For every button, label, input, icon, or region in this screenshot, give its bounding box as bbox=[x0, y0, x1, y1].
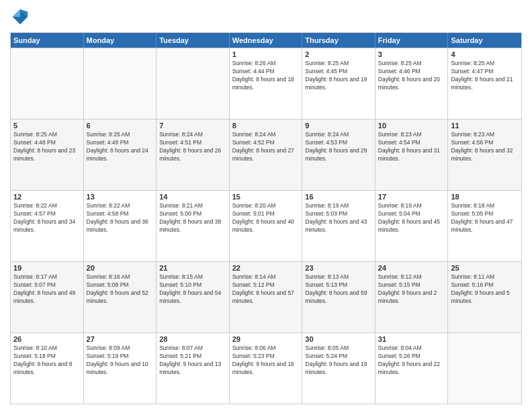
svg-marker-2 bbox=[13, 9, 20, 17]
day-number: 26 bbox=[13, 335, 81, 343]
day-number: 20 bbox=[87, 264, 154, 272]
calendar-cell-18: 18Sunrise: 8:18 AMSunset: 5:05 PMDayligh… bbox=[448, 191, 521, 261]
cell-info: Sunrise: 8:25 AMSunset: 4:46 PMDaylight:… bbox=[378, 60, 445, 92]
calendar: SundayMondayTuesdayWednesdayThursdayFrid… bbox=[10, 32, 522, 404]
cell-info: Sunrise: 8:19 AMSunset: 5:03 PMDaylight:… bbox=[305, 202, 372, 234]
calendar-cell-15: 15Sunrise: 8:20 AMSunset: 5:01 PMDayligh… bbox=[230, 191, 303, 261]
day-number: 6 bbox=[87, 122, 154, 130]
day-number: 15 bbox=[232, 193, 300, 201]
day-number: 2 bbox=[305, 50, 372, 58]
calendar-cell-19: 19Sunrise: 8:17 AMSunset: 5:07 PMDayligh… bbox=[11, 262, 84, 332]
calendar-cell-23: 23Sunrise: 8:13 AMSunset: 5:13 PMDayligh… bbox=[302, 262, 375, 332]
calendar-cell-17: 17Sunrise: 8:19 AMSunset: 5:04 PMDayligh… bbox=[375, 191, 449, 261]
cell-info: Sunrise: 8:25 AMSunset: 4:48 PMDaylight:… bbox=[13, 131, 81, 163]
calendar-cell-10: 10Sunrise: 8:23 AMSunset: 4:54 PMDayligh… bbox=[375, 120, 449, 190]
calendar-week-5: 26Sunrise: 8:10 AMSunset: 5:18 PMDayligh… bbox=[11, 332, 521, 404]
cell-info: Sunrise: 8:13 AMSunset: 5:13 PMDaylight:… bbox=[305, 273, 372, 306]
cell-info: Sunrise: 8:05 AMSunset: 5:24 PMDaylight:… bbox=[305, 345, 372, 377]
cell-info: Sunrise: 8:23 AMSunset: 4:54 PMDaylight:… bbox=[378, 131, 445, 163]
calendar-cell-20: 20Sunrise: 8:16 AMSunset: 5:08 PMDayligh… bbox=[84, 262, 157, 332]
calendar-cell-2: 2Sunrise: 8:25 AMSunset: 4:45 PMDaylight… bbox=[302, 48, 375, 119]
day-number: 31 bbox=[378, 335, 445, 343]
cell-info: Sunrise: 8:11 AMSunset: 5:16 PMDaylight:… bbox=[451, 273, 519, 306]
cell-info: Sunrise: 8:07 AMSunset: 5:21 PMDaylight:… bbox=[159, 345, 226, 377]
calendar-cell-22: 22Sunrise: 8:14 AMSunset: 5:12 PMDayligh… bbox=[230, 262, 303, 332]
cell-info: Sunrise: 8:12 AMSunset: 5:15 PMDaylight:… bbox=[378, 273, 445, 306]
day-number: 10 bbox=[378, 122, 445, 130]
calendar-body: 1Sunrise: 8:26 AMSunset: 4:44 PMDaylight… bbox=[11, 48, 521, 404]
calendar-cell-6: 6Sunrise: 8:25 AMSunset: 4:49 PMDaylight… bbox=[84, 120, 157, 190]
day-number: 8 bbox=[232, 122, 300, 130]
cell-info: Sunrise: 8:22 AMSunset: 4:58 PMDaylight:… bbox=[87, 202, 154, 234]
calendar-week-2: 5Sunrise: 8:25 AMSunset: 4:48 PMDaylight… bbox=[11, 119, 521, 190]
calendar-header-sunday: Sunday bbox=[11, 33, 84, 48]
calendar-cell-empty-1 bbox=[84, 48, 157, 119]
calendar-cell-26: 26Sunrise: 8:10 AMSunset: 5:18 PMDayligh… bbox=[11, 333, 84, 404]
cell-info: Sunrise: 8:15 AMSunset: 5:10 PMDaylight:… bbox=[159, 273, 226, 306]
day-number: 22 bbox=[232, 264, 300, 272]
day-number: 1 bbox=[232, 50, 300, 58]
calendar-week-4: 19Sunrise: 8:17 AMSunset: 5:07 PMDayligh… bbox=[11, 261, 521, 332]
calendar-header-wednesday: Wednesday bbox=[230, 33, 303, 48]
calendar-cell-13: 13Sunrise: 8:22 AMSunset: 4:58 PMDayligh… bbox=[84, 191, 157, 261]
cell-info: Sunrise: 8:25 AMSunset: 4:49 PMDaylight:… bbox=[87, 131, 154, 163]
cell-info: Sunrise: 8:17 AMSunset: 5:07 PMDaylight:… bbox=[13, 273, 81, 306]
calendar-cell-9: 9Sunrise: 8:24 AMSunset: 4:53 PMDaylight… bbox=[302, 120, 375, 190]
day-number: 18 bbox=[451, 193, 519, 201]
day-number: 21 bbox=[159, 264, 226, 272]
cell-info: Sunrise: 8:09 AMSunset: 5:19 PMDaylight:… bbox=[87, 345, 154, 377]
calendar-week-1: 1Sunrise: 8:26 AMSunset: 4:44 PMDaylight… bbox=[11, 48, 521, 119]
calendar-header-thursday: Thursday bbox=[302, 33, 375, 48]
day-number: 23 bbox=[305, 264, 372, 272]
calendar-cell-empty-2 bbox=[157, 48, 230, 119]
day-number: 9 bbox=[305, 122, 372, 130]
day-number: 14 bbox=[159, 193, 226, 201]
cell-info: Sunrise: 8:04 AMSunset: 5:26 PMDaylight:… bbox=[378, 345, 445, 377]
cell-info: Sunrise: 8:26 AMSunset: 4:44 PMDaylight:… bbox=[232, 60, 300, 92]
cell-info: Sunrise: 8:19 AMSunset: 5:04 PMDaylight:… bbox=[378, 202, 445, 234]
day-number: 7 bbox=[159, 122, 226, 130]
header bbox=[10, 7, 522, 27]
calendar-cell-11: 11Sunrise: 8:23 AMSunset: 4:56 PMDayligh… bbox=[448, 120, 521, 190]
calendar-cell-7: 7Sunrise: 8:24 AMSunset: 4:51 PMDaylight… bbox=[157, 120, 230, 190]
cell-info: Sunrise: 8:22 AMSunset: 4:57 PMDaylight:… bbox=[13, 202, 81, 234]
calendar-cell-5: 5Sunrise: 8:25 AMSunset: 4:48 PMDaylight… bbox=[11, 120, 84, 190]
page: SundayMondayTuesdayWednesdayThursdayFrid… bbox=[0, 0, 532, 411]
day-number: 12 bbox=[13, 193, 81, 201]
cell-info: Sunrise: 8:10 AMSunset: 5:18 PMDaylight:… bbox=[13, 345, 81, 377]
logo-icon bbox=[10, 7, 30, 27]
cell-info: Sunrise: 8:24 AMSunset: 4:53 PMDaylight:… bbox=[305, 131, 372, 163]
day-number: 16 bbox=[305, 193, 372, 201]
calendar-cell-21: 21Sunrise: 8:15 AMSunset: 5:10 PMDayligh… bbox=[157, 262, 230, 332]
calendar-cell-4: 4Sunrise: 8:25 AMSunset: 4:47 PMDaylight… bbox=[448, 48, 521, 119]
cell-info: Sunrise: 8:25 AMSunset: 4:47 PMDaylight:… bbox=[451, 60, 519, 92]
day-number: 25 bbox=[451, 264, 519, 272]
calendar-cell-12: 12Sunrise: 8:22 AMSunset: 4:57 PMDayligh… bbox=[11, 191, 84, 261]
cell-info: Sunrise: 8:16 AMSunset: 5:08 PMDaylight:… bbox=[87, 273, 154, 306]
calendar-cell-28: 28Sunrise: 8:07 AMSunset: 5:21 PMDayligh… bbox=[157, 333, 230, 404]
calendar-cell-3: 3Sunrise: 8:25 AMSunset: 4:46 PMDaylight… bbox=[375, 48, 449, 119]
cell-info: Sunrise: 8:21 AMSunset: 5:00 PMDaylight:… bbox=[159, 202, 226, 234]
calendar-cell-25: 25Sunrise: 8:11 AMSunset: 5:16 PMDayligh… bbox=[448, 262, 521, 332]
calendar-cell-14: 14Sunrise: 8:21 AMSunset: 5:00 PMDayligh… bbox=[157, 191, 230, 261]
day-number: 3 bbox=[378, 50, 445, 58]
day-number: 4 bbox=[451, 50, 519, 58]
cell-info: Sunrise: 8:20 AMSunset: 5:01 PMDaylight:… bbox=[232, 202, 300, 234]
cell-info: Sunrise: 8:24 AMSunset: 4:52 PMDaylight:… bbox=[232, 131, 300, 163]
calendar-cell-29: 29Sunrise: 8:06 AMSunset: 5:23 PMDayligh… bbox=[230, 333, 303, 404]
day-number: 27 bbox=[87, 335, 154, 343]
calendar-header-monday: Monday bbox=[84, 33, 157, 48]
calendar-cell-24: 24Sunrise: 8:12 AMSunset: 5:15 PMDayligh… bbox=[375, 262, 449, 332]
calendar-cell-1: 1Sunrise: 8:26 AMSunset: 4:44 PMDaylight… bbox=[230, 48, 303, 119]
day-number: 29 bbox=[232, 335, 300, 343]
calendar-header-tuesday: Tuesday bbox=[157, 33, 230, 48]
calendar-cell-empty-6 bbox=[448, 333, 521, 404]
logo bbox=[10, 7, 33, 27]
calendar-cell-8: 8Sunrise: 8:24 AMSunset: 4:52 PMDaylight… bbox=[230, 120, 303, 190]
day-number: 17 bbox=[378, 193, 445, 201]
day-number: 5 bbox=[13, 122, 81, 130]
calendar-cell-31: 31Sunrise: 8:04 AMSunset: 5:26 PMDayligh… bbox=[375, 333, 449, 404]
calendar-header: SundayMondayTuesdayWednesdayThursdayFrid… bbox=[11, 33, 521, 48]
calendar-week-3: 12Sunrise: 8:22 AMSunset: 4:57 PMDayligh… bbox=[11, 190, 521, 261]
calendar-cell-27: 27Sunrise: 8:09 AMSunset: 5:19 PMDayligh… bbox=[84, 333, 157, 404]
